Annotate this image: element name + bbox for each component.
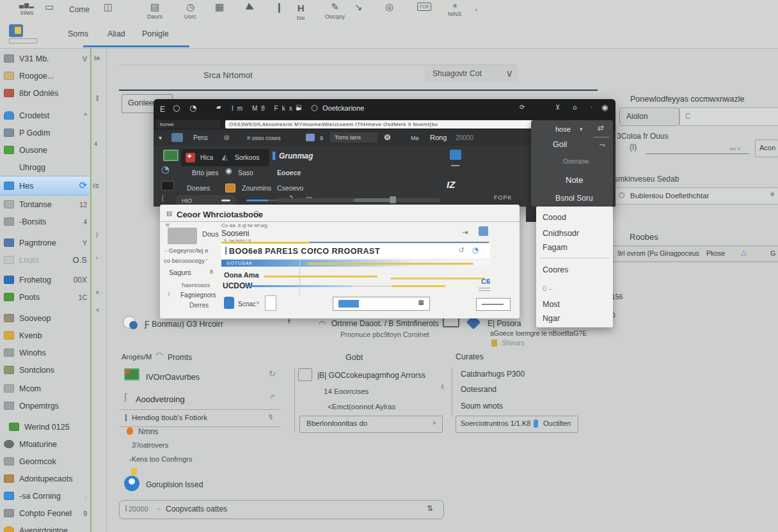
sidebar-item[interactable]: Uhrogg: [0, 159, 90, 176]
menu-item-fagam[interactable]: Fagam: [543, 243, 568, 252]
menu-ponigle[interactable]: Ponigle: [142, 29, 169, 38]
menu-item-goil[interactable]: Goil: [553, 140, 567, 149]
panel-left-item2[interactable]: Aoodvetroing: [136, 395, 185, 404]
refresh-icon[interactable]: ↻: [269, 370, 276, 378]
menu-hica[interactable]: Hica: [200, 154, 213, 161]
come-button[interactable]: Come: [69, 5, 90, 14]
sidebar-item[interactable]: Geormcok: [0, 453, 90, 470]
sidebar-item[interactable]: Adontupecaots: [0, 470, 90, 487]
layers-button[interactable]: ▤ Daurs: [147, 3, 163, 20]
sidebar-item[interactable]: Ousone: [0, 141, 90, 159]
sidebar-item[interactable]: Winohs: [0, 344, 90, 361]
app-logo-icon[interactable]: [9, 24, 23, 37]
magic-button[interactable]: ✳ NINS: [448, 3, 462, 17]
panel-mid-item4-row[interactable]: Bberlonloonltas do ›: [299, 416, 443, 433]
menu-soms[interactable]: Soms: [68, 29, 88, 38]
menu-item-zero[interactable]: 0 –: [543, 285, 552, 292]
menu-item-ooeraow[interactable]: Ooeraow: [563, 158, 589, 165]
menu-eooece[interactable]: Eooece: [277, 169, 301, 176]
menu-item-coood[interactable]: Coood: [543, 213, 566, 222]
sidebar-item[interactable]: -sa Corning˒: [0, 487, 90, 505]
menu-item-cnidhsodr[interactable]: Cnidhsodr: [543, 229, 579, 238]
sidebar-item[interactable]: Werind 0125: [0, 418, 90, 435]
sidebar-item[interactable]: V31 Mb.V: [0, 50, 90, 67]
clock-button[interactable]: ◷ Uorc: [184, 3, 196, 20]
sidebar-item[interactable]: Roogoe...: [0, 67, 90, 84]
pen-button[interactable]: ✎ Oocqoy: [325, 3, 345, 20]
menu-item-most[interactable]: Most: [543, 300, 560, 309]
side-item-5[interactable]: Fagniegnors: [180, 292, 216, 299]
table-icon[interactable]: [306, 134, 315, 141]
blue-doc-icon[interactable]: [450, 150, 461, 160]
database-button[interactable]: ◫: [104, 3, 113, 12]
reload-icon[interactable]: ⟳: [520, 104, 525, 111]
side-item-4[interactable]: haereoass: [182, 281, 210, 288]
osso-label[interactable]: # osso coxes: [247, 135, 281, 141]
format-dropdown[interactable]: ▦: [333, 297, 430, 311]
panel-left-item1[interactable]: IVOrrOavurbes: [146, 373, 200, 382]
panel-left-item3-row[interactable]: ❙ Hendiog ttoub's Fotiork ↯: [119, 409, 280, 427]
scrollbar-endcap[interactable]: [390, 196, 396, 203]
right-panel-input[interactable]: C: [679, 107, 778, 126]
scrollbar-track[interactable]: [277, 198, 440, 202]
sidebar-item[interactable]: Poots1C: [0, 288, 90, 306]
search-icon[interactable]: ◔: [472, 246, 479, 254]
corner-dropdown[interactable]: Shuagovtr Cot ∨: [425, 65, 518, 82]
aiolon-button[interactable]: Aiolon: [619, 107, 679, 126]
dialog-titlebar[interactable]: E ○ ◔ ▰ Im M8 Fkxs ⬓ ○ Ooetckarione ⟳ ⊻ …: [154, 99, 615, 120]
folder-button[interactable]: ΓCR: [417, 3, 431, 11]
menu-brto[interactable]: Brto jaes: [192, 169, 218, 176]
size-box[interactable]: [476, 298, 511, 311]
sidebar-item[interactable]: Mcom: [0, 380, 90, 397]
indent-icon[interactable]: ⇥: [462, 229, 468, 236]
menu-item-ngar[interactable]: Ngar: [543, 314, 560, 323]
addr-button[interactable]: burwe: [156, 120, 220, 129]
menu-cseoevo[interactable]: Cseoevo: [277, 184, 303, 192]
quarter-circle-icon[interactable]: ◔: [161, 165, 170, 175]
cursor-button[interactable]: ▶: [247, 3, 255, 12]
sidebar-item[interactable]: -Borsits4: [0, 213, 90, 230]
divider-tool[interactable]: ❙: [275, 3, 283, 12]
sidebar-item[interactable]: PagntroneY: [0, 234, 90, 251]
sidebar-item-disabled[interactable]: LnotsO.S: [0, 251, 90, 269]
arrow-tool[interactable]: ↘: [354, 3, 363, 12]
card-button[interactable]: ▭: [45, 3, 54, 12]
table-header-row[interactable]: 9rl ovrom (Pu Ginagpoceus Pkose △ G: [613, 246, 778, 262]
menu-saso[interactable]: Saso: [238, 169, 253, 176]
sidebar-item[interactable]: Frohetog00X: [0, 271, 90, 288]
menu-item-note[interactable]: Note: [566, 175, 583, 185]
side-item-1[interactable]: - Gegeyroc/tej e: [165, 247, 209, 254]
menu-aliad[interactable]: Aliad: [107, 29, 125, 38]
side-item-3[interactable]: Sagurs: [169, 269, 191, 276]
arrow-up-right-icon[interactable]: ⇗: [269, 393, 275, 400]
home-icon[interactable]: ⌂: [573, 104, 576, 111]
panel-left-item6[interactable]: -Kens too Confrngrs: [129, 455, 192, 463]
panel-right-item4-row[interactable]: Soerciotruntros 1/1.K8 Ouctilten: [456, 416, 578, 433]
panel-left-item4[interactable]: Nmns: [138, 427, 158, 436]
grid-button[interactable]: ▦: [215, 3, 224, 12]
sidebar-item[interactable]: Onpemtrgs: [0, 397, 90, 414]
settings-icon[interactable]: ◉: [601, 104, 608, 111]
menu-item-coores[interactable]: Coores: [543, 265, 568, 274]
sidebar-item[interactable]: Crodetst^: [0, 107, 90, 124]
field-value[interactable]: Sooseni: [221, 229, 249, 238]
blue-note-icon[interactable]: [479, 226, 488, 236]
side-item-2[interactable]: co becooocegy ': [164, 257, 207, 264]
pens-label[interactable]: Pens: [193, 134, 208, 141]
swap-h-icon[interactable]: ⇄: [598, 124, 604, 132]
rong-label[interactable]: Rong: [430, 134, 447, 141]
spin-box[interactable]: [265, 295, 276, 311]
menu-item-bsnol[interactable]: Bsnol Soru: [555, 194, 593, 203]
panel-right-item3[interactable]: Soum wnots: [461, 402, 503, 411]
sidebar-item[interactable]: Kvenb: [0, 327, 90, 344]
dropdown-caret-icon[interactable]: ▾: [159, 135, 162, 141]
mini-arrow-button[interactable]: ‹: [475, 6, 477, 13]
scrollbar-thumb[interactable]: [354, 198, 393, 202]
mug-icon[interactable]: [161, 181, 174, 191]
stats-button[interactable]: ▄▆▂ Inlws: [19, 3, 35, 16]
panel-right-item1[interactable]: Catdnarhugs P300: [461, 370, 525, 379]
panel-left-item5[interactable]: 3'/oatrovers: [132, 441, 168, 449]
menu-doeaes[interactable]: Doeaes: [187, 184, 210, 192]
green-tool-icon[interactable]: [163, 150, 179, 161]
sidebar-item[interactable]: Cohpto Feonel9: [0, 505, 90, 522]
